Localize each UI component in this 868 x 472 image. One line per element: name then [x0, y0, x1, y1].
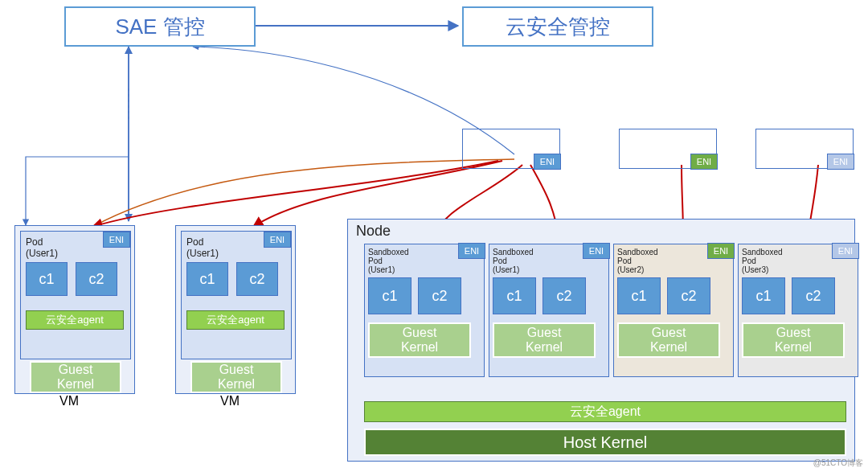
vm2-eni: ENI — [264, 232, 291, 248]
vpc-eni-3: ENI — [827, 154, 854, 170]
sp1-c1: c1 — [368, 277, 411, 314]
vpc-box-1: ENI — [462, 129, 560, 169]
vm1-c1: c1 — [26, 262, 68, 296]
vm-1: Pod (User1) c1 c2 云安全agent ENI Guest Ker… — [14, 225, 135, 394]
sp3-guest-kernel: Guest Kernel — [617, 322, 720, 358]
vm1-label: VM — [59, 394, 79, 408]
sp4-user: (User3) — [742, 265, 854, 274]
vm2-agent: 云安全agent — [186, 310, 285, 330]
vm2-pod: Pod (User1) c1 c2 云安全agent ENI — [181, 231, 292, 359]
vm1-gk-line1: Guest — [59, 363, 93, 377]
sp3-gk2: Kernel — [650, 340, 687, 355]
sp3-c1: c1 — [617, 277, 661, 314]
vm2-c2: c2 — [236, 262, 278, 296]
vpc-box-2: ENI — [619, 129, 717, 169]
vm1-guest-kernel: Guest Kernel — [30, 361, 121, 393]
sp4-eni: ENI — [832, 243, 859, 259]
sp4-c2: c2 — [792, 277, 835, 314]
vpc-eni-1: ENI — [534, 154, 561, 170]
vm2-gk-line1: Guest — [219, 363, 254, 377]
sp1-eni: ENI — [458, 243, 485, 259]
sp4-c1: c1 — [742, 277, 785, 314]
vm1-c2: c2 — [76, 262, 117, 296]
sp1-gk1: Guest — [403, 326, 437, 340]
vm1-user-label: (User1) — [26, 248, 125, 259]
vm-2: Pod (User1) c1 c2 云安全agent ENI Guest Ker… — [175, 225, 296, 394]
node-title: Node — [356, 223, 391, 240]
vpc-box-3: ENI — [755, 129, 854, 169]
node-box: Node Sandboxed Pod (User1) c1 c2 Guest K… — [347, 219, 855, 462]
sandboxed-pod-2: Sandboxed Pod (User1) c1 c2 Guest Kernel… — [489, 244, 609, 377]
vm1-gk-line2: Kernel — [57, 377, 94, 392]
sp2-c1: c1 — [493, 277, 536, 314]
sp3-gk1: Guest — [652, 326, 686, 340]
vm1-eni: ENI — [103, 232, 130, 248]
sp1-user: (User1) — [368, 265, 481, 274]
sp1-c2: c2 — [418, 277, 461, 314]
vpc-eni-2: ENI — [690, 154, 718, 170]
watermark: @51CTO博客 — [813, 458, 863, 469]
sp1-guest-kernel: Guest Kernel — [368, 322, 471, 358]
vm1-pod: Pod (User1) c1 c2 云安全agent ENI — [20, 231, 131, 359]
sandboxed-pod-4: Sandboxed Pod (User3) c1 c2 Guest Kernel… — [738, 244, 858, 377]
sp4-guest-kernel: Guest Kernel — [742, 322, 845, 358]
sp3-c2: c2 — [667, 277, 710, 314]
sandboxed-pod-1: Sandboxed Pod (User1) c1 c2 Guest Kernel… — [364, 244, 485, 377]
vm1-agent: 云安全agent — [26, 310, 124, 330]
sandboxed-pod-3: Sandboxed Pod (User2) c1 c2 Guest Kernel… — [613, 244, 734, 377]
sp2-guest-kernel: Guest Kernel — [493, 322, 596, 358]
cloud-security-control-box: 云安全管控 — [462, 6, 653, 47]
host-kernel: Host Kernel — [364, 429, 846, 456]
vm2-c1: c1 — [186, 262, 228, 296]
sp3-user: (User2) — [617, 265, 730, 274]
sae-control-box: SAE 管控 — [64, 6, 256, 47]
vm2-gk-line2: Kernel — [218, 377, 255, 392]
node-cloud-sec-agent: 云安全agent — [364, 401, 846, 422]
sp2-gk1: Guest — [527, 326, 562, 340]
vm2-label: VM — [220, 394, 240, 408]
sp4-gk2: Kernel — [775, 340, 812, 355]
vm2-user-label: (User1) — [186, 248, 286, 259]
sp1-gk2: Kernel — [401, 340, 438, 355]
sp4-gk1: Guest — [776, 326, 811, 340]
sp2-c2: c2 — [542, 277, 586, 314]
sp2-user: (User1) — [493, 265, 605, 274]
vm2-guest-kernel: Guest Kernel — [190, 361, 282, 393]
sp2-eni: ENI — [583, 243, 610, 259]
sp3-eni: ENI — [707, 243, 735, 259]
sp2-gk2: Kernel — [526, 340, 563, 355]
